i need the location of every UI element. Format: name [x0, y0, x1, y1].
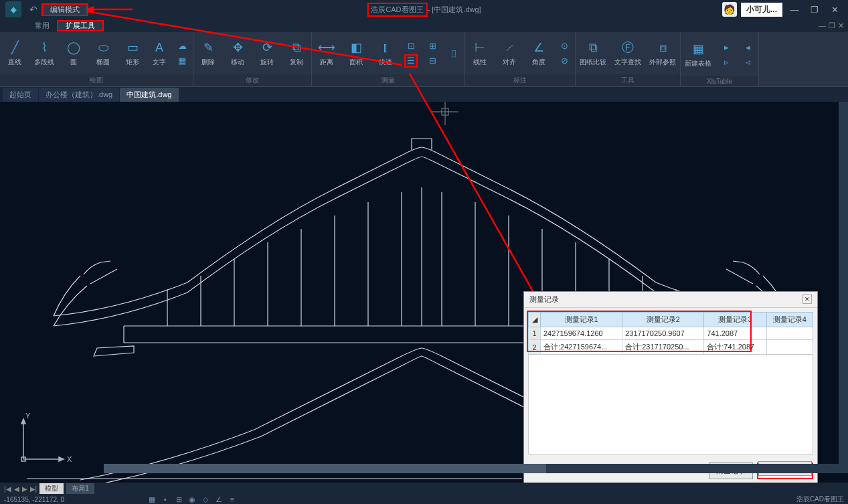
table-header-4[interactable]: 测量记录4 — [766, 313, 813, 327]
text-icon: A — [151, 39, 167, 56]
model-tab[interactable]: 模型 — [39, 483, 64, 494]
osnap-icon[interactable]: ◇ — [201, 495, 210, 504]
angular-dim-button[interactable]: ∠角度 — [524, 37, 554, 70]
layout1-tab[interactable]: 布局1 — [66, 483, 94, 494]
xref-icon: ⧈ — [655, 39, 671, 56]
measure-small5-icon[interactable]: ⌷ — [447, 47, 460, 60]
maximize-icon[interactable]: ❐ — [807, 5, 823, 15]
otrack-icon[interactable]: ∠ — [214, 495, 224, 504]
move-button[interactable]: ✥移动 — [223, 37, 252, 70]
rotate-icon: ⟳ — [259, 39, 275, 56]
status-brand: 浩辰CAD看图王 — [796, 495, 844, 504]
text-button[interactable]: A文字 — [147, 37, 171, 70]
delete-button[interactable]: ✎删除 — [193, 37, 223, 70]
measure-small4-icon[interactable]: ⊟ — [426, 54, 439, 68]
tab-prev-icon[interactable]: ◀ — [14, 485, 19, 493]
snap-icon[interactable]: ▦ — [147, 495, 157, 504]
ellipse-button[interactable]: ⬭椭圆 — [88, 37, 118, 70]
polyline-icon: ⌇ — [36, 39, 52, 56]
angular-dim-icon: ∠ — [531, 39, 547, 56]
app-logo-icon[interactable]: ◈ — [5, 1, 21, 17]
svg-text:X: X — [67, 455, 72, 463]
compare-button[interactable]: ⧉图纸比较 — [576, 37, 610, 70]
hatch-icon[interactable]: ▦ — [175, 54, 189, 68]
tab-last-icon[interactable]: ▶| — [30, 485, 37, 493]
ribbon-group-modify: ✎删除 ✥移动 ⟳旋转 ⧉复制 修改 — [193, 32, 312, 86]
annot-small1-icon[interactable]: ⊙ — [558, 39, 571, 53]
filetab-office[interactable]: 办公楼（建筑）.dwg — [39, 88, 119, 102]
findtext-button[interactable]: Ⓕ文字查找 — [610, 37, 645, 70]
findtext-icon: Ⓕ — [620, 39, 636, 56]
rect-button[interactable]: ▭矩形 — [118, 37, 147, 70]
copy-button[interactable]: ⧉复制 — [282, 37, 311, 70]
file-tabs: 起始页 办公楼（建筑）.dwg 中国建筑.dwg — [0, 87, 848, 102]
area-button[interactable]: ◧面积 — [341, 37, 371, 70]
quick-measure-button[interactable]: ⫿快速 — [371, 37, 400, 70]
cell[interactable] — [766, 327, 813, 340]
group-label-measure: 测量 — [312, 74, 464, 86]
edit-mode-button[interactable]: 编辑模式 — [43, 3, 87, 15]
lwt-icon[interactable]: ≡ — [228, 495, 237, 504]
linear-dim-icon: ⊢ — [472, 39, 488, 56]
distance-button[interactable]: ⟷距离 — [312, 37, 341, 70]
distance-icon: ⟷ — [319, 39, 335, 56]
rotate-button[interactable]: ⟳旋转 — [252, 37, 282, 70]
group-label-tools: 工具 — [576, 74, 680, 86]
xls-small3-icon[interactable]: ◂ — [741, 40, 754, 54]
window-title: 浩辰CAD看图王 - [中国建筑.dwg] — [367, 3, 481, 17]
dialog-close-icon[interactable]: ✕ — [802, 295, 812, 304]
title-bar: ◈ ↶ 编辑模式 浩辰CAD看图王 - [中国建筑.dwg] 🧑 小可儿... … — [0, 0, 848, 19]
newtable-button[interactable]: ▦新建表格 — [681, 38, 715, 71]
polar-icon[interactable]: ◉ — [187, 495, 197, 504]
menu-tab-common[interactable]: 常用 — [27, 19, 58, 32]
ribbon-group-xlstable: ▦新建表格 ▸ ▹ ◂ ◃ XlsTable — [681, 32, 759, 86]
tab-next-icon[interactable]: ▶ — [22, 485, 27, 493]
filetab-start[interactable]: 起始页 — [3, 88, 38, 102]
circle-icon: ◯ — [66, 39, 82, 56]
tab-first-icon[interactable]: |◀ — [4, 485, 11, 493]
mdi-minimize-icon[interactable]: — — [819, 21, 826, 30]
table-empty-area[interactable] — [528, 354, 813, 454]
grid-icon[interactable]: ▪ — [161, 495, 170, 504]
cloud-icon[interactable]: ☁ — [175, 39, 189, 53]
user-avatar-icon[interactable]: 🧑 — [722, 2, 737, 17]
horizontal-scrollbar[interactable] — [104, 464, 841, 473]
move-icon: ✥ — [230, 39, 246, 56]
ribbon-group-tools: ⧉图纸比较 Ⓕ文字查找 ⧈外部参照 工具 — [576, 32, 681, 86]
mdi-restore-icon[interactable]: ❐ — [829, 21, 835, 30]
circle-button[interactable]: ◯圆 — [59, 37, 88, 70]
line-button[interactable]: ╱直线 — [0, 37, 29, 70]
copy-icon: ⧉ — [288, 39, 305, 56]
ortho-icon[interactable]: ⊞ — [174, 495, 183, 504]
dialog-title-label: 测量记录 — [529, 295, 559, 305]
menu-tabs: 常用 扩展工具 — ❐ ✕ — [0, 19, 848, 32]
svg-marker-25 — [59, 457, 64, 461]
xls-small1-icon[interactable]: ▸ — [719, 40, 733, 54]
xls-small4-icon[interactable]: ◃ — [741, 55, 754, 68]
measure-small1-icon[interactable]: ⊡ — [404, 39, 418, 53]
line-icon: ╱ — [7, 39, 23, 56]
cell[interactable] — [766, 340, 813, 355]
svg-text:Y: Y — [25, 412, 31, 420]
annot-small2-icon[interactable]: ⊘ — [558, 54, 571, 68]
xls-small2-icon[interactable]: ▹ — [719, 55, 733, 68]
username-label[interactable]: 小可儿... — [741, 3, 782, 17]
group-label-xlstable: XlsTable — [681, 76, 758, 86]
area-icon: ◧ — [348, 39, 364, 56]
coords-label: -165135, -221172, 0 — [4, 496, 64, 503]
minimize-icon[interactable]: — — [786, 5, 802, 15]
close-icon[interactable]: ✕ — [827, 5, 843, 15]
group-label-modify: 修改 — [193, 74, 311, 86]
undo-icon[interactable]: ↶ — [29, 4, 37, 15]
measure-small3-icon[interactable]: ⊞ — [426, 39, 439, 53]
filetab-china[interactable]: 中国建筑.dwg — [120, 88, 178, 102]
linear-dim-button[interactable]: ⊢线性 — [465, 37, 495, 70]
vertical-scrollbar[interactable] — [839, 102, 848, 473]
polyline-button[interactable]: ⌇多段线 — [29, 37, 59, 70]
aligned-dim-button[interactable]: ⟋对齐 — [495, 37, 524, 70]
status-bar: -165135, -221172, 0 ▦ ▪ ⊞ ◉ ◇ ∠ ≡ 浩辰CAD看… — [0, 495, 848, 504]
measure-record-icon[interactable]: ☰ — [404, 54, 418, 68]
xref-button[interactable]: ⧈外部参照 — [645, 37, 680, 70]
ribbon-group-draw: ╱直线 ⌇多段线 ◯圆 ⬭椭圆 ▭矩形 A文字 ☁ ▦ 绘图 — [0, 32, 193, 86]
mdi-close-icon[interactable]: ✕ — [838, 21, 844, 30]
